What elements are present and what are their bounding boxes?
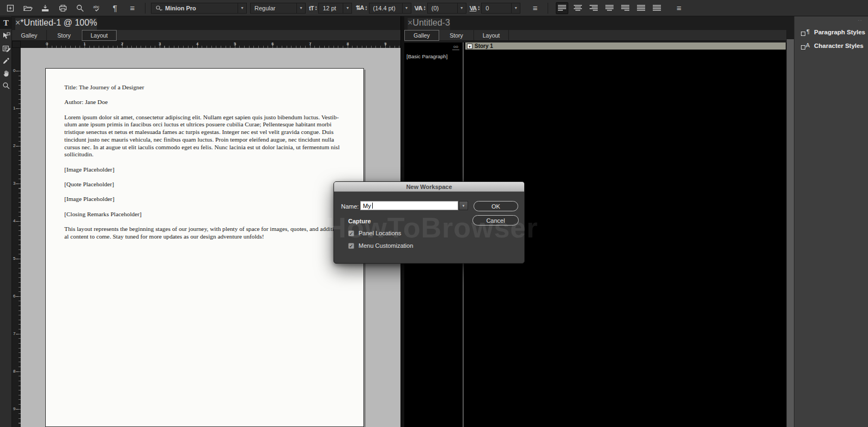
eyedropper-tool[interactable] [0, 54, 12, 66]
font-family-select[interactable]: Minion Pro ▾ [151, 3, 247, 14]
paragraph-menu-icon[interactable]: ≡ [672, 2, 686, 14]
top-toolbar: abc ¶ ≡ Minion Pro ▾ Regular ▾ tT ▴▾ 12 … [0, 0, 868, 16]
vruler-number: 4 [13, 218, 15, 223]
chevron-down-icon[interactable]: ▾ [343, 3, 351, 13]
align-right-button[interactable] [587, 2, 600, 14]
tab-galley-right[interactable]: Galley [404, 30, 439, 41]
panel-dock-grip[interactable]: ∙∙ [858, 18, 863, 23]
hruler-number: 6 [271, 41, 274, 46]
image-placeholder-line: [Image Placeholder] [64, 166, 348, 174]
tool-palette: T [0, 16, 12, 427]
panel-locations-checkbox-row[interactable]: ✓ Panel Locations [348, 230, 401, 236]
leading-group: ⇅A ▴▾ (14.4 pt) ▾ [355, 3, 411, 14]
vruler-number: 1 [13, 106, 15, 111]
hruler-number: 1 [83, 41, 86, 46]
kerning-stepper[interactable]: ▴▾ [424, 5, 426, 11]
position-tool[interactable] [0, 29, 12, 41]
spellcheck-icon[interactable]: abc [90, 2, 105, 14]
new-document-icon[interactable] [3, 2, 17, 14]
capture-section-label: Capture [348, 218, 371, 224]
font-style-select[interactable]: Regular ▾ [250, 3, 306, 14]
workspace-name-value: My [363, 203, 371, 209]
save-icon[interactable] [38, 2, 52, 14]
paragraph-styles-icon: ¶ [801, 28, 810, 36]
right-view-tabs: Galley Story Layout [404, 30, 786, 41]
paragraph-options-icon[interactable]: ≡ [528, 2, 542, 14]
justify-all-button[interactable] [635, 2, 647, 14]
document-tab-untitled-3[interactable]: × Untitled-3 [408, 18, 450, 30]
toolbar-divider [145, 3, 145, 14]
font-family-value: Minion Pro [165, 5, 238, 11]
checkbox-checked-icon[interactable]: ✓ [348, 230, 354, 236]
hruler-number: 0 [46, 41, 48, 46]
align-right-icon [590, 5, 598, 11]
story-collapse-icon[interactable]: ▾ [467, 44, 472, 49]
panel-character-styles[interactable]: A Character Styles [801, 42, 864, 50]
hruler-number: 5 [234, 41, 236, 46]
type-tool[interactable]: T [0, 17, 12, 29]
close-icon[interactable]: × [15, 18, 20, 30]
font-size-stepper[interactable]: ▴▾ [315, 5, 317, 11]
panel-paragraph-styles[interactable]: ¶ Paragraph Styles [801, 28, 865, 36]
vertical-scrollbar[interactable] [786, 39, 794, 427]
leading-select[interactable]: (14.4 pt) ▾ [369, 3, 411, 14]
kerning-icon: V⁄A [415, 5, 422, 11]
doc-title-line: Title: The Journey of a Designer [64, 84, 348, 91]
find-icon[interactable] [73, 2, 87, 14]
note-tool[interactable] [0, 42, 12, 54]
vertical-ruler[interactable]: 0123456789 [12, 48, 21, 427]
kerning-value: (0) [432, 5, 457, 11]
story-header-bar[interactable]: ▾ Story 1 [465, 42, 786, 50]
font-size-group: tT ▴▾ 12 pt ▾ [309, 3, 352, 14]
menu-customization-checkbox-row[interactable]: ✓ Menu Customization [348, 242, 413, 249]
kerning-group: V⁄A ▴▾ (0) ▾ [415, 3, 466, 14]
tab-layout-left[interactable]: Layout [82, 30, 117, 41]
tab-story-left[interactable]: Story [47, 30, 82, 41]
name-dropdown-button[interactable]: ▾ [459, 201, 468, 210]
depth-ruler-label: oo [452, 44, 459, 50]
vruler-number: 8 [13, 369, 15, 374]
kerning-select[interactable]: (0) ▾ [427, 3, 466, 14]
workspace-name-input[interactable]: My [360, 201, 458, 210]
document-tab-untitled-1[interactable]: × *Untitled-1 @ 100% [15, 18, 97, 30]
close-icon[interactable]: × [408, 18, 412, 30]
toolbar-menu-icon[interactable]: ≡ [125, 2, 139, 14]
show-hidden-characters-icon[interactable]: ¶ [108, 2, 122, 14]
justify-center-button[interactable] [603, 2, 616, 14]
justify-right-button[interactable] [619, 2, 632, 14]
align-center-button[interactable] [572, 2, 584, 14]
open-folder-icon[interactable] [21, 2, 35, 14]
chevron-down-icon[interactable]: ▾ [402, 3, 411, 13]
font-size-select[interactable]: 12 pt ▾ [318, 3, 352, 14]
vruler-number: 3 [13, 181, 15, 186]
cancel-button[interactable]: Cancel [472, 215, 519, 225]
chevron-down-icon[interactable]: ▾ [238, 3, 246, 13]
zoom-tool[interactable] [0, 80, 12, 91]
align-left-button[interactable] [651, 2, 663, 14]
horizontal-ruler[interactable]: 0123456789 [21, 41, 400, 48]
tracking-stepper[interactable]: ▴▾ [478, 5, 479, 11]
justify-center-icon [605, 5, 614, 11]
tracking-select[interactable]: 0 ▾ [481, 3, 520, 14]
hruler-number: 9 [384, 41, 386, 46]
chevron-down-icon[interactable]: ▾ [296, 3, 305, 13]
vruler-number: 9 [13, 406, 15, 411]
document-page[interactable]: Title: The Journey of a Designer Author:… [45, 68, 364, 427]
vruler-number: 2 [13, 143, 15, 148]
checkbox-label: Panel Locations [359, 230, 401, 236]
doc-lorem-paragraph: Lorem ipsum dolor sit amet, consectetur … [64, 114, 348, 158]
checkbox-checked-icon[interactable]: ✓ [348, 243, 354, 249]
image-placeholder-line: [Image Placeholder] [64, 196, 348, 203]
document-text[interactable]: Title: The Journey of a Designer Author:… [64, 84, 348, 248]
tab-galley-left[interactable]: Galley [12, 30, 47, 41]
checkbox-label: Menu Customization [359, 242, 413, 249]
hand-tool[interactable] [0, 67, 12, 79]
leading-stepper[interactable]: ▴▾ [366, 5, 367, 11]
chevron-down-icon[interactable]: ▾ [511, 3, 520, 13]
ok-button[interactable]: OK [474, 201, 518, 211]
align-justify-left-button[interactable] [556, 2, 568, 14]
chevron-down-icon[interactable]: ▾ [457, 3, 466, 13]
print-icon[interactable] [56, 2, 70, 14]
tab-layout-right[interactable]: Layout [474, 30, 509, 41]
tab-story-right[interactable]: Story [439, 30, 474, 41]
